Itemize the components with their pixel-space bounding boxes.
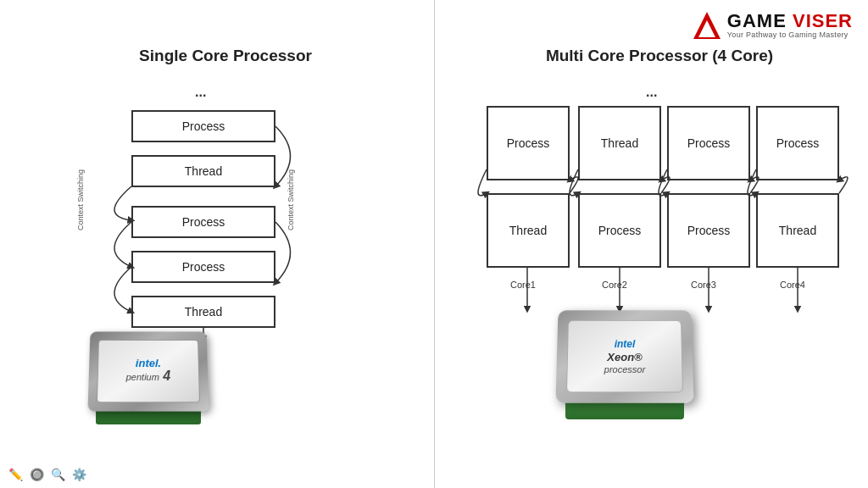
right-box-4: Process [756, 106, 839, 180]
cpu-xeon: intel Xeon® processor [557, 309, 693, 419]
right-title: Multi Core Processor (4 Core) [451, 47, 868, 65]
left-arrows [0, 0, 434, 488]
toolbar-icon-3: 🔍 [51, 468, 65, 481]
left-ellipsis: ... [195, 85, 206, 100]
left-box-2: Thread [131, 155, 275, 187]
left-box-5: Thread [131, 296, 275, 328]
right-box-1: Process [487, 106, 570, 180]
toolbar-icon-4: ⚙️ [72, 468, 86, 481]
right-box-3: Process [667, 106, 750, 180]
right-section: Multi Core Processor (4 Core) ... Proces… [434, 0, 868, 488]
context-label-left: Context Switching [76, 169, 85, 230]
right-box-6: Process [578, 193, 661, 268]
left-section: Single Core Processor ... Process Thread… [0, 0, 434, 488]
toolbar-icon-1: ✏️ [8, 468, 23, 481]
toolbar-icon-2: 🔘 [30, 468, 44, 481]
core2-label: Core2 [602, 280, 627, 290]
right-box-5: Thread [487, 193, 570, 268]
toolbar: ✏️ 🔘 🔍 ⚙️ [8, 468, 86, 481]
right-box-7: Process [667, 193, 750, 268]
cpu-pentium: intel. pentium 4 [89, 330, 208, 432]
core1-label: Core1 [510, 280, 536, 290]
left-box-1: Process [131, 110, 275, 142]
core4-label: Core4 [780, 280, 805, 290]
core3-label: Core3 [691, 280, 716, 290]
left-title: Single Core Processor [17, 47, 434, 65]
left-box-3: Process [131, 206, 275, 238]
left-box-4: Process [131, 251, 275, 283]
context-label-right: Context Switching [287, 169, 295, 230]
right-box-2: Thread [578, 106, 661, 180]
right-ellipsis: ... [646, 85, 657, 100]
right-box-8: Thread [756, 193, 839, 268]
